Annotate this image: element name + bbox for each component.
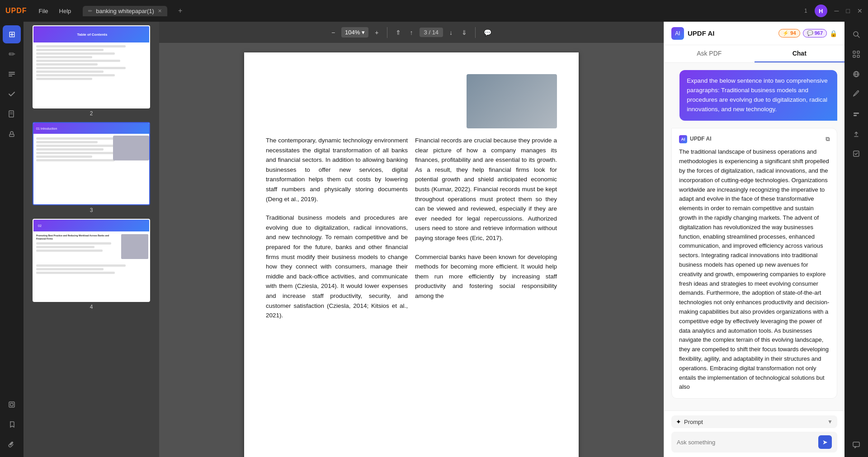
- badge-credits-value: 94: [790, 30, 796, 36]
- ai-panel: AI UPDF AI ⚡ 94 💬 967 🔒 Ask PDF Chat: [664, 22, 844, 457]
- zoom-in-button[interactable]: +: [372, 27, 381, 38]
- pdf-content[interactable]: The contemporary, dynamic technology env…: [159, 43, 664, 457]
- tab-close-icon[interactable]: ✕: [158, 8, 162, 14]
- sidebar-icon-forms[interactable]: [3, 65, 21, 83]
- tab-edit-icon: ✏: [88, 8, 92, 14]
- ai-send-button[interactable]: ➤: [818, 435, 832, 449]
- right-icon-upload[interactable]: [847, 125, 865, 143]
- ai-chat-area[interactable]: Expand the below sentence into two compr…: [664, 63, 844, 410]
- thumb-line: [36, 78, 92, 80]
- thumb-4-body: Promoting Best Practice and Reducing Wor…: [33, 231, 150, 262]
- thumb-2-header: Table of Contents: [33, 26, 150, 42]
- sidebar-icon-attachment[interactable]: [3, 435, 21, 453]
- thumb-line: [36, 268, 104, 270]
- prev-page-button[interactable]: ↑: [407, 27, 416, 38]
- thumbnail-page-4[interactable]: 02 Promoting Best Practice and Reducing …: [27, 219, 156, 310]
- ai-response-copy-button[interactable]: ⧉: [826, 135, 830, 144]
- add-tab-button[interactable]: +: [175, 5, 186, 17]
- right-icon-translate[interactable]: [847, 65, 865, 83]
- thumb-line: [36, 71, 104, 73]
- thumb-page-3-frame: 01 Introduction: [33, 122, 150, 205]
- pdf-toolbar: − 104% ▾ + ⇑ ↑ 3 / 14 ↓ ⇓ 💬: [159, 22, 664, 43]
- zoom-display[interactable]: 104% ▾: [341, 27, 368, 38]
- svg-rect-18: [854, 115, 857, 116]
- pdf-two-col: The contemporary, dynamic technology env…: [266, 136, 557, 330]
- pdf-page: The contemporary, dynamic technology env…: [244, 52, 579, 457]
- zoom-value: 104%: [345, 29, 360, 36]
- right-icon-sign[interactable]: [847, 85, 865, 103]
- badge-messages-icon: 💬: [807, 30, 813, 36]
- right-icon-chat[interactable]: [847, 435, 865, 453]
- titlebar: UPDF File Help ✏ banking whitepapar(1) ✕…: [0, 0, 868, 22]
- thumb-4-badge: 02: [36, 224, 42, 227]
- tab-chat[interactable]: Chat: [755, 45, 845, 62]
- ai-input-field[interactable]: [677, 439, 815, 446]
- ai-input-row: ➤: [671, 432, 837, 452]
- svg-rect-14: [857, 55, 859, 57]
- badge-credits-icon: ⚡: [783, 30, 789, 36]
- ai-logo-icon: AI: [671, 27, 684, 40]
- thumb-line: [36, 56, 92, 58]
- thumbnail-page-3[interactable]: 01 Introduction 3: [27, 122, 156, 213]
- thumb-line: [36, 246, 94, 248]
- badge-credits: ⚡ 94: [778, 29, 800, 38]
- app-logo: UPDF: [5, 7, 27, 15]
- thumb-3-header-text: 01 Introduction: [36, 127, 57, 130]
- thumb-line: [36, 152, 120, 154]
- minimize-button[interactable]: ─: [835, 7, 839, 14]
- right-icon-redact[interactable]: [847, 105, 865, 123]
- first-page-button[interactable]: ⇑: [393, 27, 404, 38]
- sidebar-icon-edit[interactable]: ✏: [3, 45, 21, 63]
- thumbnail-page-2[interactable]: Table of Contents: [27, 25, 156, 117]
- svg-rect-0: [9, 72, 15, 73]
- thumb-3-label: 3: [90, 207, 93, 213]
- ai-panel-title: UPDF AI: [688, 29, 775, 37]
- sidebar-icon-grid[interactable]: ⊞: [3, 25, 21, 43]
- svg-rect-8: [10, 403, 13, 406]
- svg-rect-13: [853, 55, 855, 57]
- prompt-selector[interactable]: ✦ Prompt ▼: [671, 415, 837, 428]
- ai-response-text: The traditional landscape of business op…: [679, 147, 830, 392]
- left-sidebar: ⊞ ✏: [0, 22, 24, 457]
- thumb-line: [36, 242, 111, 245]
- thumb-4-image: [121, 234, 148, 259]
- lock-icon[interactable]: 🔒: [830, 30, 837, 37]
- menu-file[interactable]: File: [34, 6, 53, 16]
- sidebar-icon-page[interactable]: [3, 105, 21, 123]
- thumbnail-panel[interactable]: Table of Contents: [24, 22, 159, 457]
- active-tab[interactable]: ✏ banking whitepapar(1) ✕: [83, 6, 167, 16]
- close-button[interactable]: ✕: [857, 7, 863, 14]
- pdf-page-image: [467, 74, 557, 128]
- sidebar-icon-bookmark[interactable]: [3, 415, 21, 433]
- tab-ask-pdf[interactable]: Ask PDF: [664, 45, 755, 62]
- thumb-line: [36, 145, 126, 147]
- thumb-line: [36, 52, 115, 55]
- thumb-4-header: 02: [33, 220, 150, 231]
- svg-rect-6: [9, 134, 14, 137]
- sidebar-icon-stamp[interactable]: [3, 125, 21, 143]
- last-page-button[interactable]: ⇓: [459, 27, 470, 38]
- sidebar-icon-review[interactable]: [3, 85, 21, 103]
- menu-help[interactable]: Help: [55, 6, 76, 16]
- user-message: Expand the below sentence into two compr…: [679, 70, 837, 121]
- right-icon-check[interactable]: [847, 145, 865, 163]
- thumb-2-header-text: Table of Contents: [77, 33, 108, 37]
- ai-bottom-bar: ✦ Prompt ▼ ➤: [664, 410, 844, 457]
- zoom-chevron: ▾: [362, 29, 365, 36]
- right-icon-ocr[interactable]: [847, 45, 865, 63]
- comment-button[interactable]: 💬: [481, 27, 494, 38]
- sidebar-icon-layers[interactable]: [3, 396, 21, 414]
- maximize-button[interactable]: □: [846, 7, 850, 14]
- prompt-chevron-icon: ▼: [827, 419, 833, 425]
- version-badge: 1: [804, 8, 807, 14]
- user-avatar[interactable]: H: [815, 5, 827, 17]
- zoom-out-button[interactable]: −: [329, 27, 338, 38]
- thumb-2-content: Table of Contents: [33, 26, 150, 108]
- thumb-line: [36, 63, 98, 66]
- ai-tabs: Ask PDF Chat: [664, 45, 844, 63]
- svg-rect-11: [853, 51, 855, 53]
- right-icon-search[interactable]: [847, 25, 865, 43]
- thumb-line: [36, 60, 120, 62]
- main-layout: ⊞ ✏ Table of: [0, 22, 868, 457]
- next-page-button[interactable]: ↓: [447, 27, 455, 38]
